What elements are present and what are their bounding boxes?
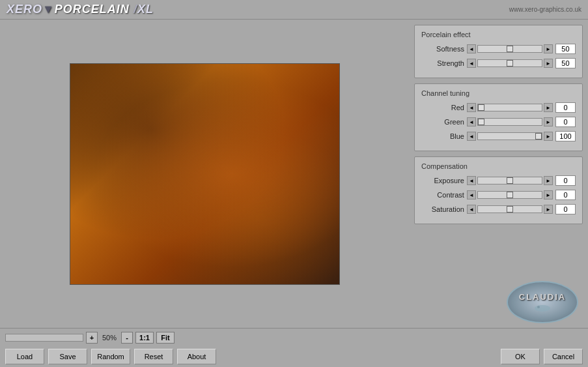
red-value[interactable]: 0 bbox=[555, 102, 576, 113]
softness-left-btn[interactable]: ◄ bbox=[467, 44, 476, 53]
blue-right-btn[interactable]: ► bbox=[544, 132, 553, 141]
softness-thumb[interactable] bbox=[507, 46, 513, 52]
contrast-right-btn[interactable]: ► bbox=[544, 190, 553, 199]
softness-right-btn[interactable]: ► bbox=[544, 44, 553, 53]
channel-section-title: Channel tuning bbox=[421, 89, 576, 97]
title-bar: XERO▼PORCELAIN /XL www.xero-graphics.co.… bbox=[0, 0, 588, 20]
strength-value[interactable]: 50 bbox=[555, 58, 576, 68]
logo-text: CLAUDIA bbox=[519, 292, 567, 302]
exposure-slider[interactable] bbox=[477, 177, 542, 184]
contrast-slider[interactable] bbox=[477, 191, 542, 199]
zoom-percent: 50% bbox=[100, 334, 119, 342]
green-right-btn[interactable]: ► bbox=[544, 117, 553, 126]
blue-value[interactable]: 100 bbox=[555, 131, 576, 141]
bottom-toolbar: + 50% - 1:1 Fit Load Save Random Reset A… bbox=[0, 328, 588, 367]
softness-row: Softness ◄ ► 50 bbox=[421, 44, 576, 54]
saturation-left-btn[interactable]: ◄ bbox=[467, 205, 476, 214]
exposure-label: Exposure bbox=[421, 177, 464, 184]
strength-slider[interactable] bbox=[477, 59, 542, 67]
zoom-track[interactable] bbox=[5, 334, 83, 342]
saturation-right-btn[interactable]: ► bbox=[544, 205, 553, 214]
app-title: XERO▼PORCELAIN /XL bbox=[7, 3, 154, 16]
green-slider[interactable] bbox=[477, 118, 542, 126]
porcelain-section: Porcelain effect Softness ◄ ► 50 Strengt… bbox=[414, 25, 583, 78]
blue-thumb[interactable] bbox=[535, 133, 542, 139]
strength-row: Strength ◄ ► 50 bbox=[421, 58, 576, 68]
softness-label: Softness bbox=[421, 45, 464, 53]
porcelain-section-title: Porcelain effect bbox=[421, 31, 576, 38]
saturation-value[interactable]: 0 bbox=[555, 204, 576, 214]
saturation-slider-track: ◄ ► bbox=[467, 205, 553, 214]
random-button[interactable]: Random bbox=[91, 349, 130, 364]
blue-row: Blue ◄ ► 100 bbox=[421, 131, 576, 141]
preview-canvas bbox=[70, 63, 340, 285]
red-slider-track: ◄ ► bbox=[467, 103, 553, 112]
red-thumb[interactable] bbox=[478, 104, 484, 111]
blue-slider-track: ◄ ► bbox=[467, 132, 553, 141]
strength-left-btn[interactable]: ◄ bbox=[467, 59, 476, 68]
exposure-thumb[interactable] bbox=[507, 177, 513, 184]
contrast-thumb[interactable] bbox=[507, 192, 513, 198]
contrast-value[interactable]: 0 bbox=[555, 190, 576, 200]
red-label: Red bbox=[421, 104, 464, 111]
red-slider[interactable] bbox=[477, 104, 542, 111]
save-button[interactable]: Save bbox=[48, 349, 87, 364]
contrast-label: Contrast bbox=[421, 191, 464, 199]
zoom-1to1-btn[interactable]: 1:1 bbox=[135, 332, 154, 344]
compensation-section: Compensation Exposure ◄ ► 0 Contrast ◄ bbox=[414, 156, 583, 224]
green-label: Green bbox=[421, 118, 464, 126]
zoom-fit-btn[interactable]: Fit bbox=[156, 332, 175, 344]
exposure-row: Exposure ◄ ► 0 bbox=[421, 175, 576, 186]
exposure-right-btn[interactable]: ► bbox=[544, 176, 553, 185]
strength-right-btn[interactable]: ► bbox=[544, 59, 553, 68]
zoom-plus-btn[interactable]: + bbox=[86, 332, 98, 344]
red-right-btn[interactable]: ► bbox=[544, 103, 553, 112]
contrast-left-btn[interactable]: ◄ bbox=[467, 190, 476, 199]
website-url: www.xero-graphics.co.uk bbox=[509, 6, 581, 13]
main-area: Porcelain effect Softness ◄ ► 50 Strengt… bbox=[0, 20, 588, 328]
button-bar: Load Save Random Reset About OK Cancel bbox=[0, 347, 588, 367]
saturation-slider[interactable] bbox=[477, 205, 542, 213]
about-button[interactable]: About bbox=[177, 349, 216, 364]
green-left-btn[interactable]: ◄ bbox=[467, 117, 476, 126]
softness-slider-track: ◄ ► bbox=[467, 44, 553, 53]
channel-section: Channel tuning Red ◄ ► 0 Green ◄ bbox=[414, 83, 583, 151]
logo-oval: CLAUDIA bbox=[507, 281, 578, 323]
red-row: Red ◄ ► 0 bbox=[421, 102, 576, 113]
saturation-row: Saturation ◄ ► 0 bbox=[421, 204, 576, 214]
reset-button[interactable]: Reset bbox=[134, 349, 173, 364]
contrast-slider-track: ◄ ► bbox=[467, 190, 553, 199]
svg-point-0 bbox=[535, 305, 550, 312]
blue-left-btn[interactable]: ◄ bbox=[467, 132, 476, 141]
strength-slider-track: ◄ ► bbox=[467, 59, 553, 68]
exposure-left-btn[interactable]: ◄ bbox=[467, 176, 476, 185]
blue-label: Blue bbox=[421, 132, 464, 140]
load-button[interactable]: Load bbox=[5, 349, 44, 364]
svg-point-1 bbox=[537, 306, 540, 308]
strength-thumb[interactable] bbox=[507, 60, 513, 66]
zoom-bar: + 50% - 1:1 Fit bbox=[0, 329, 588, 347]
strength-label: Strength bbox=[421, 59, 464, 67]
red-left-btn[interactable]: ◄ bbox=[467, 103, 476, 112]
softness-value[interactable]: 50 bbox=[555, 44, 576, 54]
zoom-minus-btn[interactable]: - bbox=[121, 332, 133, 344]
blue-slider[interactable] bbox=[477, 132, 542, 140]
logo-cat-icon bbox=[529, 302, 555, 312]
logo-area: CLAUDIA bbox=[503, 276, 581, 328]
ok-button[interactable]: OK bbox=[501, 349, 540, 364]
cancel-button[interactable]: Cancel bbox=[544, 349, 583, 364]
green-thumb[interactable] bbox=[478, 119, 484, 125]
softness-slider[interactable] bbox=[477, 45, 542, 53]
saturation-thumb[interactable] bbox=[507, 206, 513, 213]
green-row: Green ◄ ► 0 bbox=[421, 117, 576, 127]
compensation-section-title: Compensation bbox=[421, 162, 576, 170]
image-panel bbox=[0, 20, 409, 328]
green-value[interactable]: 0 bbox=[555, 117, 576, 127]
exposure-slider-track: ◄ ► bbox=[467, 176, 553, 185]
contrast-row: Contrast ◄ ► 0 bbox=[421, 190, 576, 200]
exposure-value[interactable]: 0 bbox=[555, 175, 576, 186]
saturation-label: Saturation bbox=[421, 205, 464, 213]
green-slider-track: ◄ ► bbox=[467, 117, 553, 126]
